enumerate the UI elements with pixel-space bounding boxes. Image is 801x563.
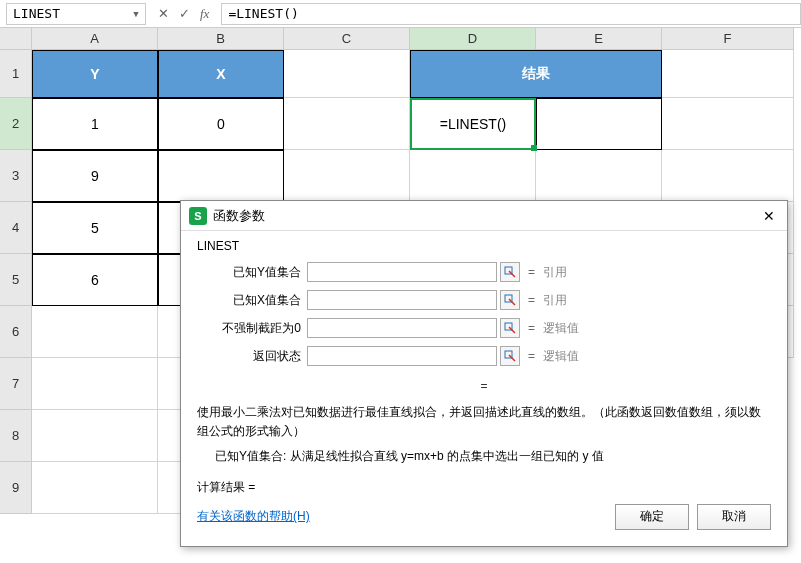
calc-result-label: 计算结果 = [197,479,771,496]
col-header-C[interactable]: C [284,28,410,50]
param-input-known-y[interactable] [307,262,497,282]
row-header-3[interactable]: 3 [0,150,32,202]
col-header-D[interactable]: D [410,28,536,50]
cell-D3[interactable] [410,150,536,202]
fx-icon[interactable]: fx [200,6,209,22]
row-header-2[interactable]: 2 [0,98,32,150]
range-select-icon[interactable] [500,262,520,282]
range-select-icon[interactable] [500,318,520,338]
cell-F3[interactable] [662,150,794,202]
row-header-5[interactable]: 5 [0,254,32,306]
cell-A6[interactable] [32,306,158,358]
formula-text: =LINEST() [228,6,298,21]
param-row-const: 不强制截距为0 = 逻辑值 [197,315,771,341]
param-input-const[interactable] [307,318,497,338]
param-hint: 引用 [543,264,567,281]
equals-label: = [520,349,543,363]
param-label: 返回状态 [197,348,307,365]
range-select-icon[interactable] [500,346,520,366]
column-headers: A B C D E F [0,28,801,50]
param-hint: 逻辑值 [543,320,579,337]
dialog-title: 函数参数 [213,207,759,225]
param-row-stats: 返回状态 = 逻辑值 [197,343,771,369]
cell-A5[interactable]: 6 [32,254,158,306]
row-header-1[interactable]: 1 [0,50,32,98]
cell-A8[interactable] [32,410,158,462]
ok-button[interactable]: 确定 [615,504,689,530]
param-input-known-x[interactable] [307,290,497,310]
param-desc-text: 从满足线性拟合直线 y=mx+b 的点集中选出一组已知的 y 值 [290,449,604,463]
dialog-titlebar[interactable]: S 函数参数 ✕ [181,201,787,231]
cell-E2[interactable] [536,98,662,150]
dialog-footer: 有关该函数的帮助(H) 确定 取消 [197,504,771,534]
cell-B2[interactable]: 0 [158,98,284,150]
cell-F1[interactable] [662,50,794,98]
row-headers: 1 2 3 4 5 6 7 8 9 [0,50,32,514]
param-row-known-x: 已知X值集合 = 引用 [197,287,771,313]
param-hint: 逻辑值 [543,348,579,365]
row-header-7[interactable]: 7 [0,358,32,410]
cell-A9[interactable] [32,462,158,514]
confirm-formula-icon[interactable]: ✓ [179,6,190,21]
param-row-known-y: 已知Y值集合 = 引用 [197,259,771,285]
formula-input[interactable]: =LINEST() [221,3,801,25]
param-description: 已知Y值集合: 从满足线性拟合直线 y=mx+b 的点集中选出一组已知的 y 值 [215,447,771,466]
equals-label: = [520,321,543,335]
cell-A3[interactable]: 9 [32,150,158,202]
cell-F2[interactable] [662,98,794,150]
param-desc-label: 已知Y值集合: [215,447,286,466]
col-header-A[interactable]: A [32,28,158,50]
cell-A1[interactable]: Y [32,50,158,98]
param-hint: 引用 [543,292,567,309]
app-icon: S [189,207,207,225]
dialog-body: LINEST 已知Y值集合 = 引用 已知X值集合 = 引用 不强制截距为0 =… [181,231,787,546]
name-box[interactable]: LINEST ▼ [6,3,146,25]
formula-bar: LINEST ▼ ✕ ✓ fx =LINEST() [0,0,801,28]
chevron-down-icon[interactable]: ▼ [129,6,143,22]
cell-C2[interactable] [284,98,410,150]
cell-A7[interactable] [32,358,158,410]
param-label: 不强制截距为0 [197,320,307,337]
col-header-B[interactable]: B [158,28,284,50]
cell-A4[interactable]: 5 [32,202,158,254]
cell-E3[interactable] [536,150,662,202]
param-label: 已知X值集合 [197,292,307,309]
cell-A2[interactable]: 1 [32,98,158,150]
select-all-corner[interactable] [0,28,32,50]
row-header-8[interactable]: 8 [0,410,32,462]
cell-B1[interactable]: X [158,50,284,98]
cell-D1[interactable]: 结果 [410,50,662,98]
name-box-value: LINEST [13,6,60,21]
function-description: 使用最小二乘法对已知数据进行最佳直线拟合，并返回描述此直线的数组。（此函数返回数… [197,403,771,441]
cell-C1[interactable] [284,50,410,98]
param-label: 已知Y值集合 [197,264,307,281]
result-equals: = [197,379,771,393]
row-header-4[interactable]: 4 [0,202,32,254]
equals-label: = [520,265,543,279]
col-header-E[interactable]: E [536,28,662,50]
row-header-9[interactable]: 9 [0,462,32,514]
cell-C3[interactable] [284,150,410,202]
function-name: LINEST [197,239,771,253]
function-arguments-dialog: S 函数参数 ✕ LINEST 已知Y值集合 = 引用 已知X值集合 = 引用 … [180,200,788,547]
cancel-formula-icon[interactable]: ✕ [158,6,169,21]
close-icon[interactable]: ✕ [759,208,779,224]
param-input-stats[interactable] [307,346,497,366]
cancel-button[interactable]: 取消 [697,504,771,530]
cell-D2[interactable]: =LINEST() [410,98,536,150]
equals-label: = [520,293,543,307]
fx-controls: ✕ ✓ fx [146,6,221,22]
help-link[interactable]: 有关该函数的帮助(H) [197,508,607,525]
row-header-6[interactable]: 6 [0,306,32,358]
col-header-F[interactable]: F [662,28,794,50]
cell-B3[interactable] [158,150,284,202]
range-select-icon[interactable] [500,290,520,310]
